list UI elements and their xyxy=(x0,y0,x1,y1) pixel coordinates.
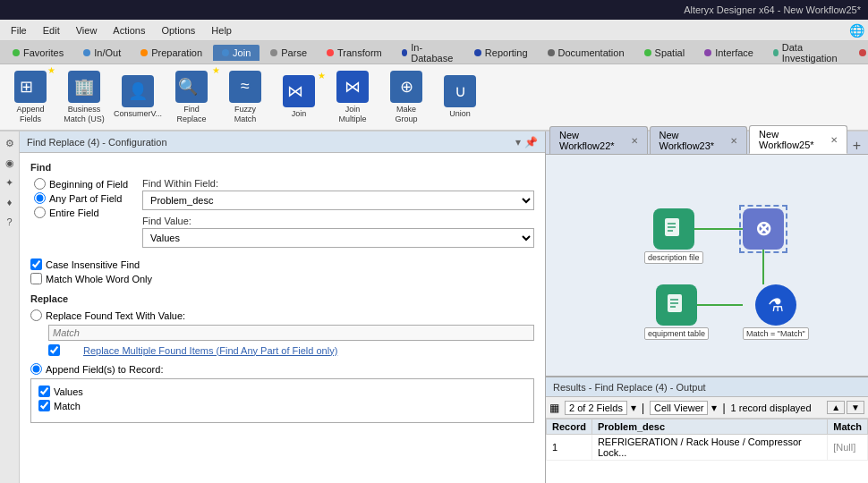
option-entire[interactable]: Entire Field xyxy=(34,207,128,218)
tool-6[interactable]: ⋈Join Multiple xyxy=(329,68,376,127)
tab-transform[interactable]: Transform xyxy=(318,45,391,61)
next-button[interactable]: ▼ xyxy=(847,401,864,414)
tool-4[interactable]: ≈Fuzzy Match xyxy=(222,68,268,127)
case-insensitive-label: Case Insensitive Find xyxy=(46,259,140,270)
replace-multiple-check[interactable] xyxy=(48,344,60,356)
replace-multiple-label[interactable]: Replace Multiple Found Items (Find Any P… xyxy=(83,345,337,356)
tab-predictive[interactable]: Predictive xyxy=(850,45,868,61)
right-tab-label-1: New Workflow23* xyxy=(660,130,728,151)
tab-dot xyxy=(474,49,481,56)
radio-beginning[interactable] xyxy=(34,178,46,190)
tab-documentation[interactable]: Documentation xyxy=(539,45,634,61)
menu-actions[interactable]: Actions xyxy=(106,23,152,38)
node-fuzzy-match[interactable]: ⚗ Match = "Match" xyxy=(743,284,809,340)
collapse-icon[interactable]: ▾ xyxy=(515,136,521,148)
tab-reporting[interactable]: Reporting xyxy=(465,45,537,61)
menu-file[interactable]: File xyxy=(4,23,34,38)
title-text: Alteryx Designer x64 - New Workflow25* xyxy=(684,4,861,15)
fields-info[interactable]: 2 of 2 Fields xyxy=(565,401,627,415)
canvas-area[interactable]: description file ⊗ equipment xyxy=(546,155,868,376)
node-desc-file[interactable]: description file xyxy=(644,208,703,264)
right-tab-2[interactable]: New Workflow25*✕ xyxy=(749,125,847,154)
option-anypart[interactable]: Any Part of Field xyxy=(34,192,128,204)
tab-spatial[interactable]: Spatial xyxy=(635,45,694,61)
tab-interface[interactable]: Interface xyxy=(695,45,762,61)
pin-icon[interactable]: 📌 xyxy=(524,136,538,148)
entire-label: Entire Field xyxy=(49,208,99,218)
node-equip-table[interactable]: equipment table xyxy=(644,284,709,340)
menu-help[interactable]: Help xyxy=(204,23,239,38)
down-arrow-icon[interactable]: ▾ xyxy=(631,402,636,414)
replace-multiple-row[interactable]: Replace Multiple Found Items (Find Any P… xyxy=(48,344,534,356)
replace-input[interactable] xyxy=(48,325,534,341)
side-nav-icon-1[interactable]: ◉ xyxy=(2,155,18,171)
tab-dot xyxy=(270,49,277,56)
tool-1[interactable]: 🏢Business Match (US) xyxy=(61,68,107,127)
radio-replace-found[interactable] xyxy=(30,309,42,321)
append-radio-row[interactable]: Append Field(s) to Record: xyxy=(30,363,534,375)
radio-append[interactable] xyxy=(30,363,42,375)
append-values-check[interactable] xyxy=(38,386,50,397)
tab-favorites[interactable]: Favorites xyxy=(4,45,72,61)
tab-label: Documentation xyxy=(558,47,625,58)
close-tab-0[interactable]: ✕ xyxy=(631,136,638,146)
tool-7[interactable]: ⊕Make Group xyxy=(383,68,430,127)
tab-parse[interactable]: Parse xyxy=(261,45,316,61)
star-icon: ★ xyxy=(212,65,220,75)
radio-anypart[interactable] xyxy=(34,192,46,204)
grid-icon[interactable]: ▦ xyxy=(549,402,559,414)
tool-icon-0: ⊞★ xyxy=(14,71,47,103)
right-tab-0[interactable]: New Workflow22*✕ xyxy=(549,126,648,154)
tab-dot xyxy=(140,49,148,56)
case-insensitive-check[interactable] xyxy=(30,258,42,270)
close-tab-2[interactable]: ✕ xyxy=(830,135,838,145)
tab-datainvestigation[interactable]: Data Investigation xyxy=(764,39,848,66)
tool-3[interactable]: 🔍★Find Replace xyxy=(168,68,215,127)
tab-dot xyxy=(222,49,229,56)
node-find-replace[interactable]: ⊗ xyxy=(743,208,784,250)
tool-5[interactable]: ⋈★Join xyxy=(276,72,322,122)
viewer-down-icon[interactable]: ▾ xyxy=(711,402,717,414)
find-value-select[interactable]: Values xyxy=(142,228,534,248)
right-tab-1[interactable]: New Workflow23*✕ xyxy=(650,126,748,154)
append-match-row[interactable]: Match xyxy=(38,400,526,411)
title-bar: Alteryx Designer x64 - New Workflow25* xyxy=(0,0,868,20)
find-within-select[interactable]: Problem_desc xyxy=(142,191,534,210)
tool-8[interactable]: ∪Union xyxy=(437,72,483,122)
side-nav-icon-0[interactable]: ⚙ xyxy=(2,135,18,151)
tool-2[interactable]: 👤ConsumerV... xyxy=(115,72,161,122)
match-whole-word-label: Match Whole Word Only xyxy=(46,274,152,284)
radio-entire[interactable] xyxy=(34,207,46,218)
results-header: Results - Find Replace (4) - Output xyxy=(546,377,868,397)
append-match-check[interactable] xyxy=(38,400,50,411)
match-whole-word-row[interactable]: Match Whole Word Only xyxy=(30,273,534,284)
canvas-svg xyxy=(546,155,868,376)
replace-found-row[interactable]: Replace Found Text With Value: xyxy=(30,309,534,321)
tab-preparation[interactable]: Preparation xyxy=(132,45,211,61)
tab-label: In-Database xyxy=(411,42,455,64)
find-checkboxes: Case Insensitive Find Match Whole Word O… xyxy=(30,258,534,284)
menu-view[interactable]: View xyxy=(69,23,105,38)
side-nav-icon-4[interactable]: ? xyxy=(2,214,18,230)
tab-indatabase[interactable]: In-Database xyxy=(393,39,464,66)
desc-file-label: description file xyxy=(644,251,703,264)
side-nav-icon-2[interactable]: ✦ xyxy=(2,174,18,191)
cell-viewer[interactable]: Cell Viewer xyxy=(650,401,708,415)
prev-button[interactable]: ▲ xyxy=(827,401,845,414)
table-row[interactable]: 1REFRIGERATION / Rack House / Compressor… xyxy=(547,435,868,461)
tool-0[interactable]: ⊞★Append Fields xyxy=(7,68,54,127)
tab-inout[interactable]: In/Out xyxy=(74,45,130,61)
tab-join[interactable]: Join xyxy=(213,45,260,61)
side-nav-icon-3[interactable]: ♦ xyxy=(2,194,18,210)
case-insensitive-row[interactable]: Case Insensitive Find xyxy=(30,258,534,270)
menu-edit[interactable]: Edit xyxy=(36,23,67,38)
menu-options[interactable]: Options xyxy=(154,23,202,38)
tab-label: Interface xyxy=(715,47,753,58)
tab-dot xyxy=(773,49,779,56)
close-tab-1[interactable]: ✕ xyxy=(730,136,737,146)
append-values-row[interactable]: Values xyxy=(38,386,526,397)
replace-section: Replace Replace Found Text With Value: R… xyxy=(30,293,534,356)
match-whole-word-check[interactable] xyxy=(30,273,42,284)
option-beginning[interactable]: Beginning of Field xyxy=(34,178,128,190)
add-tab-button[interactable]: + xyxy=(849,138,864,154)
